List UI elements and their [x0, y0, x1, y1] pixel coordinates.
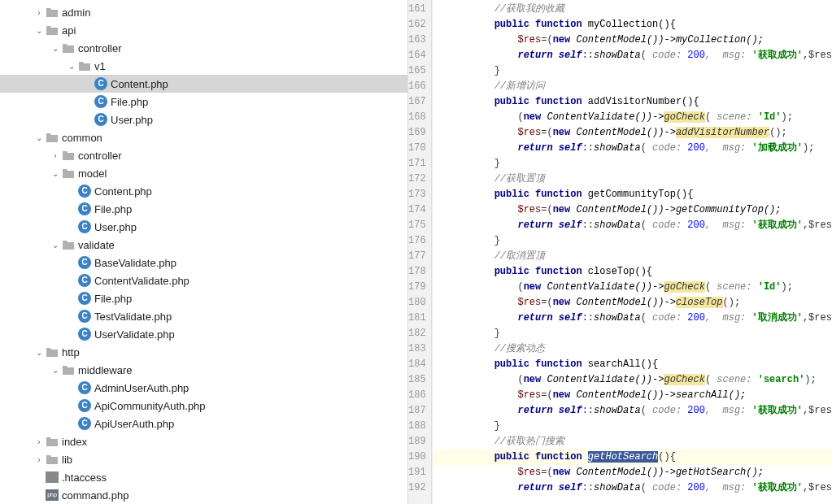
tree-item-label: api — [62, 24, 76, 37]
code-editor[interactable]: 1611621631641651661671681691701711721731… — [408, 0, 832, 504]
tree-item-basevalidate-php[interactable]: CBaseValidate.php — [0, 254, 407, 272]
tree-item-content-php[interactable]: CContent.php — [0, 182, 407, 200]
tree-item-middleware[interactable]: ⌄middleware — [0, 361, 407, 379]
tree-item-index[interactable]: ›index — [0, 432, 407, 450]
tree-item-apicommunityauth-php[interactable]: CApiCommunityAuth.php — [0, 397, 407, 415]
tree-item-user-php[interactable]: CUser.php — [0, 111, 407, 128]
file-tree-sidebar[interactable]: ›admin⌄api⌄controller⌄v1CContent.phpCFil… — [0, 0, 408, 504]
folder-icon — [46, 24, 59, 36]
tree-item-v1[interactable]: ⌄v1 — [0, 57, 407, 75]
code-line: public function addVisitorNumber(){ — [433, 94, 832, 110]
tree-item-label: Content.php — [94, 185, 152, 198]
code-line: public function myCollection(){ — [433, 17, 832, 33]
expand-arrow-icon[interactable]: › — [33, 437, 46, 446]
code-line: } — [433, 419, 832, 434]
class-file-icon: C — [78, 220, 91, 233]
tree-item-validate[interactable]: ⌄validate — [0, 236, 407, 254]
code-line: //新增访问 — [433, 79, 832, 94]
folder-icon — [62, 42, 75, 54]
tree-item-api[interactable]: ⌄api — [0, 21, 407, 39]
expand-arrow-icon[interactable]: ⌄ — [49, 241, 62, 250]
code-line: public function searchAll(){ — [433, 357, 832, 372]
tree-item--htaccess[interactable]: .htaccess — [0, 468, 407, 486]
tree-item-label: command.php — [62, 489, 129, 502]
folder-icon — [46, 346, 59, 358]
code-line: return self::showData( code: 200, msg: '… — [433, 48, 832, 63]
line-number: 184 — [408, 357, 431, 372]
expand-arrow-icon[interactable]: › — [33, 8, 46, 17]
folder-icon — [46, 454, 59, 465]
code-line: } — [433, 63, 832, 79]
tree-item-admin[interactable]: ›admin — [0, 3, 407, 21]
tree-item-label: ApiCommunityAuth.php — [94, 400, 206, 412]
tree-item-common[interactable]: ⌄common — [0, 128, 407, 146]
tree-item-controller[interactable]: ›controller — [0, 146, 407, 164]
code-line: $res=(new ContentModel())->getHotSearch(… — [433, 465, 832, 480]
tree-item-model[interactable]: ⌄model — [0, 164, 407, 182]
expand-arrow-icon[interactable]: ⌄ — [49, 366, 62, 375]
tree-item-label: lib — [62, 454, 72, 466]
tree-item-label: Content.php — [111, 78, 168, 90]
expand-arrow-icon[interactable]: › — [33, 455, 46, 464]
line-number: 175 — [408, 218, 431, 233]
code-line: $res=(new ContentModel())->addVisitorNum… — [433, 125, 832, 141]
tree-item-adminuserauth-php[interactable]: CAdminUserAuth.php — [0, 379, 407, 397]
code-line: (new ContentValidate())->goCheck( scene:… — [433, 280, 832, 295]
folder-icon — [46, 7, 59, 18]
tree-item-label: middleware — [78, 364, 132, 376]
line-number: 183 — [408, 341, 431, 357]
code-line: } — [433, 326, 832, 341]
class-file-icon: C — [78, 417, 91, 430]
tree-item-apiuserauth-php[interactable]: CApiUserAuth.php — [0, 415, 407, 432]
class-file-icon: C — [78, 328, 91, 341]
expand-arrow-icon[interactable]: › — [49, 151, 62, 160]
tree-item-label: User.php — [94, 221, 137, 233]
line-number: 179 — [408, 280, 431, 295]
tree-item-file-php[interactable]: CFile.php — [0, 93, 407, 111]
tree-item-content-php[interactable]: CContent.php — [0, 75, 407, 93]
line-number: 161 — [408, 2, 431, 17]
tree-item-file-php[interactable]: CFile.php — [0, 200, 407, 218]
line-number: 191 — [408, 465, 431, 480]
line-number: 187 — [408, 403, 431, 419]
tree-item-label: http — [62, 346, 80, 358]
tree-item-testvalidate-php[interactable]: CTestValidate.php — [0, 307, 407, 325]
folder-icon — [62, 364, 75, 376]
code-line: return self::showData( code: 200, msg: '… — [433, 218, 832, 233]
folder-icon — [62, 239, 75, 250]
line-number: 171 — [408, 156, 431, 172]
expand-arrow-icon[interactable]: ⌄ — [49, 169, 62, 178]
tree-item-lib[interactable]: ›lib — [0, 450, 407, 468]
tree-item-uservalidate-php[interactable]: CUserValidate.php — [0, 325, 407, 343]
expand-arrow-icon[interactable]: ⌄ — [33, 348, 46, 357]
tree-item-label: User.php — [111, 114, 153, 126]
tree-item-label: v1 — [94, 60, 106, 72]
class-file-icon: C — [94, 77, 107, 90]
line-number: 168 — [408, 110, 431, 125]
expand-arrow-icon[interactable]: ⌄ — [49, 44, 62, 53]
line-number: 162 — [408, 17, 431, 33]
code-line: $res=(new ContentModel())->searchAll(); — [433, 388, 832, 403]
line-number: 182 — [408, 326, 431, 341]
tree-item-command-php[interactable]: phpcommand.php — [0, 486, 407, 504]
code-line: //取消置顶 — [433, 249, 832, 264]
class-file-icon: C — [78, 310, 91, 323]
expand-arrow-icon[interactable]: ⌄ — [33, 26, 46, 35]
class-file-icon: C — [78, 185, 91, 198]
folder-icon — [78, 60, 91, 72]
tree-item-user-php[interactable]: CUser.php — [0, 218, 407, 236]
tree-item-contentvalidate-php[interactable]: CContentValidate.php — [0, 272, 407, 289]
code-area[interactable]: //获取我的收藏 public function myCollection(){… — [433, 0, 832, 504]
tree-item-label: TestValidate.php — [94, 311, 172, 323]
tree-item-controller[interactable]: ⌄controller — [0, 39, 407, 57]
line-number: 176 — [408, 233, 431, 249]
tree-item-file-php[interactable]: CFile.php — [0, 289, 407, 307]
line-number: 185 — [408, 372, 431, 388]
expand-arrow-icon[interactable]: ⌄ — [33, 133, 46, 142]
line-number-gutter: 1611621631641651661671681691701711721731… — [408, 0, 432, 504]
tree-item-label: UserValidate.php — [94, 328, 175, 341]
expand-arrow-icon[interactable]: ⌄ — [65, 62, 78, 71]
tree-item-http[interactable]: ⌄http — [0, 343, 407, 361]
tree-item-label: model — [78, 167, 107, 180]
line-number: 169 — [408, 125, 431, 141]
